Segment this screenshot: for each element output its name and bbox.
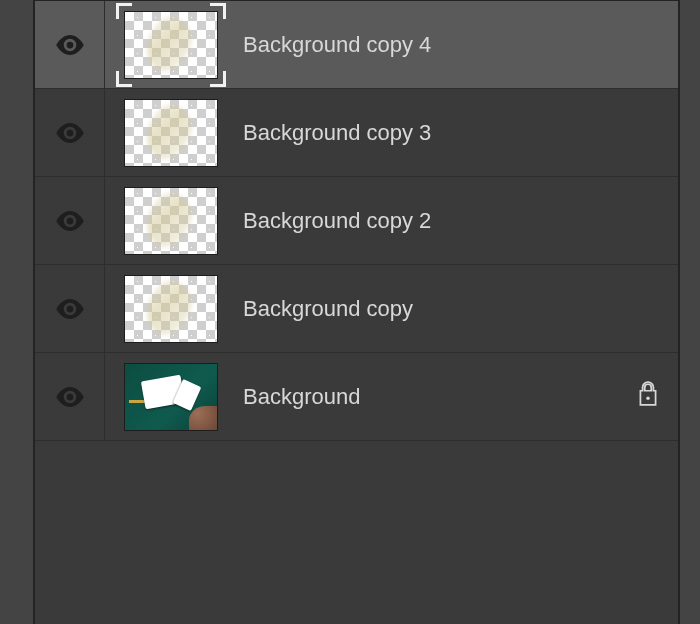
layer-thumbnail[interactable]	[105, 353, 237, 440]
eye-icon	[55, 123, 85, 143]
layers-panel: Background copy 4Background copy 3Backgr…	[34, 0, 680, 624]
layer-row[interactable]: Background	[35, 353, 678, 441]
eye-icon	[55, 387, 85, 407]
panel-left-strip	[0, 0, 34, 624]
eye-icon	[55, 299, 85, 319]
layer-lock[interactable]	[618, 381, 678, 413]
layers-list: Background copy 4Background copy 3Backgr…	[35, 0, 678, 441]
lock-icon	[637, 381, 659, 413]
layer-name[interactable]: Background copy 2	[237, 208, 618, 234]
visibility-toggle[interactable]	[35, 265, 105, 352]
layer-thumbnail[interactable]	[105, 89, 237, 176]
layer-thumbnail[interactable]	[105, 1, 237, 88]
visibility-toggle[interactable]	[35, 1, 105, 88]
layer-name[interactable]: Background copy 4	[237, 32, 618, 58]
layer-row[interactable]: Background copy	[35, 265, 678, 353]
layer-thumbnail[interactable]	[105, 177, 237, 264]
visibility-toggle[interactable]	[35, 177, 105, 264]
visibility-toggle[interactable]	[35, 353, 105, 440]
panel-right-strip	[680, 0, 700, 624]
layer-row[interactable]: Background copy 2	[35, 177, 678, 265]
eye-icon	[55, 35, 85, 55]
layer-name[interactable]: Background	[237, 384, 618, 410]
layer-thumbnail[interactable]	[105, 265, 237, 352]
layer-row[interactable]: Background copy 3	[35, 89, 678, 177]
visibility-toggle[interactable]	[35, 89, 105, 176]
layers-empty-area[interactable]	[35, 441, 678, 624]
eye-icon	[55, 211, 85, 231]
layer-name[interactable]: Background copy 3	[237, 120, 618, 146]
layer-row[interactable]: Background copy 4	[35, 1, 678, 89]
layer-name[interactable]: Background copy	[237, 296, 618, 322]
